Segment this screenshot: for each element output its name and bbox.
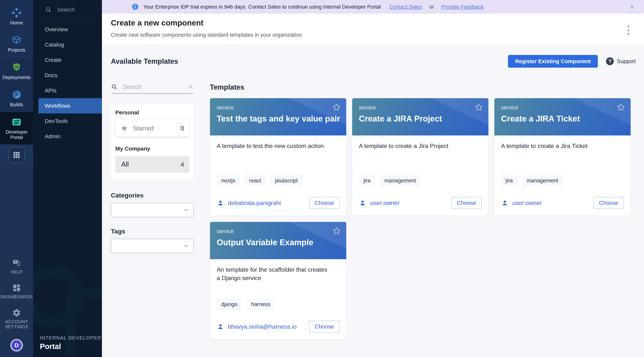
rail-item-label: Home	[10, 20, 23, 26]
svg-text:?: ?	[14, 260, 16, 264]
starred-filter-row[interactable]: Starred 0	[115, 120, 189, 136]
sidebar-footer-title: Portal	[40, 342, 101, 351]
sidebar-item-workflows[interactable]: Workflows	[38, 98, 102, 114]
choose-button[interactable]: Choose	[594, 197, 624, 209]
all-filter-row[interactable]: All 4	[115, 156, 189, 173]
star-outline-icon[interactable]	[616, 103, 625, 112]
close-icon	[629, 4, 635, 10]
card-owner-name: debabrata.panigrahi	[228, 200, 281, 206]
sidebar-bottom-strip	[33, 354, 102, 357]
tag-chip: jira	[359, 175, 375, 186]
banner-conjunction: or	[429, 4, 434, 10]
support-button[interactable]: ? Support	[606, 58, 636, 65]
rail-section: ∞DeploymentsBuilds	[0, 57, 33, 112]
rail-item-home[interactable]: Home	[0, 2, 33, 30]
card-tags: djangoharness	[217, 298, 340, 310]
rail-item-developer-portal[interactable]: Developer Portal	[0, 112, 33, 144]
svg-text:∞: ∞	[15, 64, 18, 70]
sidebar-item-create[interactable]: Create	[33, 52, 102, 68]
card-type-label: service	[501, 104, 624, 111]
contact-sales-link[interactable]: Contact Sales	[390, 4, 422, 10]
card-type-label: service	[217, 228, 340, 234]
sidebar-item-apis[interactable]: APIs	[33, 83, 102, 98]
choose-button[interactable]: Choose	[451, 197, 482, 209]
star-outline-icon[interactable]	[332, 103, 341, 112]
rail-item-dashboards[interactable]: DASHBOARDS	[0, 278, 33, 304]
templates-section: Templates serviceTest the tags and key v…	[210, 83, 636, 340]
sidebar-item-admin[interactable]: Admin	[33, 129, 102, 144]
sidebar-menu: OverviewCatalogCreateDocsAPIsWorkflowsDe…	[33, 18, 102, 144]
star-outline-icon[interactable]	[474, 103, 483, 112]
projects-icon	[11, 35, 22, 46]
page-title: Create a new component	[111, 18, 632, 28]
chevron-down-icon	[182, 207, 189, 213]
card-body: A template to create a Jira Ticketjirama…	[494, 136, 630, 216]
card-header: serviceTest the tags and key value pair	[210, 98, 346, 136]
starred-label: Starred	[133, 125, 154, 132]
categories-select[interactable]	[111, 203, 194, 217]
question-icon: ?	[606, 58, 614, 65]
template-card[interactable]: serviceTest the tags and key value pairA…	[210, 98, 346, 216]
rail-item-label: Projects	[8, 47, 25, 53]
template-search-input[interactable]	[122, 83, 187, 90]
register-existing-component-button[interactable]: Register Existing Component	[508, 55, 598, 68]
user-avatar[interactable]: D	[10, 339, 23, 352]
help-chat-icon: ?	[12, 258, 21, 268]
search-icon	[111, 84, 118, 90]
rail-item-label: HELP	[10, 270, 23, 275]
sidebar-search[interactable]: Search	[33, 0, 102, 18]
info-icon	[131, 3, 139, 11]
module-selector-button[interactable]	[8, 147, 24, 163]
ownership-filter-card: Personal Starred 0 My Company All 4	[111, 104, 194, 180]
card-footer: bhavya.sinha@harness.ioChoose	[217, 321, 340, 332]
rail-item-help[interactable]: ?HELP	[0, 254, 33, 279]
template-card[interactable]: serviceCreate a JIRA ProjectA template t…	[352, 98, 488, 216]
template-card[interactable]: serviceOutput Variable ExampleAn templat…	[210, 222, 346, 340]
trial-banner: Your Enterprise IDP trial expires in 946…	[102, 0, 644, 14]
sidebar-item-devtools[interactable]: DevTools	[33, 114, 102, 129]
card-tags: jiramanagement	[359, 175, 482, 186]
categories-label: Categories	[111, 192, 194, 199]
rail-item-label: Deployments	[2, 75, 31, 80]
card-owner-link[interactable]: user:owner	[501, 199, 542, 207]
rail-item-projects[interactable]: Projects	[0, 30, 33, 57]
person-icon	[359, 199, 366, 207]
card-owner-link[interactable]: bhavya.sinha@harness.io	[217, 323, 297, 330]
rail-item-account-settings[interactable]: ACCOUNT SETTINGS	[0, 304, 33, 334]
grid-icon	[12, 151, 21, 159]
support-label: Support	[617, 58, 636, 64]
card-header: serviceCreate a JIRA Ticket	[494, 98, 630, 136]
personal-label: Personal	[115, 109, 189, 116]
filter-panel: Personal Starred 0 My Company All 4	[111, 83, 194, 340]
template-card[interactable]: serviceCreate a JIRA TicketA template to…	[494, 98, 631, 216]
developer-portal-icon	[11, 117, 22, 128]
rail-item-deployments[interactable]: ∞Deployments	[0, 57, 33, 84]
provide-feedback-link[interactable]: Provide Feedback	[442, 4, 484, 10]
banner-text: Your Enterprise IDP trial expires in 946…	[143, 4, 381, 10]
person-icon	[217, 199, 224, 207]
person-icon	[217, 323, 224, 330]
card-title: Create a JIRA Ticket	[501, 114, 624, 123]
sidebar-item-docs[interactable]: Docs	[33, 68, 102, 83]
kebab-menu-icon[interactable]	[624, 24, 632, 37]
choose-button[interactable]: Choose	[309, 197, 340, 209]
all-label: All	[121, 160, 129, 168]
toolbar: Available Templates Register Existing Co…	[111, 45, 636, 68]
choose-button[interactable]: Choose	[309, 321, 340, 332]
home-icon	[11, 8, 22, 18]
card-owner-link[interactable]: user:owner	[359, 199, 400, 207]
sidebar-item-catalog[interactable]: Catalog	[33, 37, 102, 52]
rail-item-builds[interactable]: Builds	[0, 84, 33, 112]
card-owner-link[interactable]: debabrata.panigrahi	[217, 199, 281, 207]
builds-icon	[11, 89, 22, 100]
star-outline-icon[interactable]	[332, 226, 341, 235]
rail-section: HomeProjects	[0, 0, 33, 57]
banner-close-button[interactable]	[628, 3, 636, 10]
templates-heading: Templates	[210, 83, 636, 91]
page-subtitle: Create new software components using sta…	[111, 32, 632, 38]
tags-select[interactable]	[111, 239, 194, 253]
person-icon	[501, 199, 508, 207]
card-title: Create a JIRA Project	[359, 114, 482, 123]
clear-search-icon[interactable]	[187, 84, 194, 90]
sidebar-item-overview[interactable]: Overview	[33, 22, 102, 37]
